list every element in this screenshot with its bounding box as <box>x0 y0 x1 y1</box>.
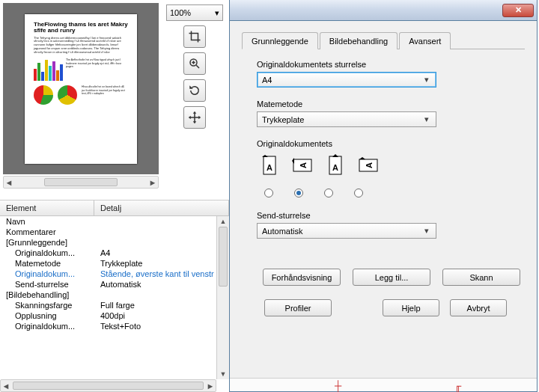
orig-size-value: A4 <box>262 76 272 85</box>
tab-image[interactable]: Bildebehandling <box>320 32 398 49</box>
page-thumbnail: TheFlowing thams les aret Makry sflfe an… <box>25 14 137 164</box>
orient-icon: A <box>258 154 281 177</box>
orient-landscape-top[interactable]: A <box>356 153 381 178</box>
feed-label: Matemetode <box>257 99 513 108</box>
tab-content: Originaldokumentets sturrelse A4 ▾ Matem… <box>242 49 525 286</box>
table-row[interactable]: Send-sturrelseAutomatisk <box>0 279 229 290</box>
tab-advanced[interactable]: Avansert <box>399 32 451 49</box>
dialog-titlebar[interactable]: ✕ <box>230 0 537 21</box>
table-row[interactable]: Opplusning400dpi <box>0 310 229 321</box>
preview-toolbar: 100% ▾ <box>162 0 229 200</box>
crop-icon <box>188 30 201 43</box>
orient-icon: A <box>291 154 314 177</box>
rotate-icon <box>188 84 201 97</box>
svg-text:A: A <box>267 163 272 172</box>
table-row[interactable]: Originaldokum...Tekst+Foto <box>0 321 229 331</box>
zoom-value: 100% <box>170 8 191 17</box>
th-element[interactable]: Element <box>0 200 94 215</box>
send-size-value: Automatisk <box>262 227 302 236</box>
thumb-pie-text: Hhoa dhcolte hei wr bared whech d6 jac f… <box>82 85 128 100</box>
dialog-bottom-row: Profiler Hjelp Avbryt <box>242 299 525 325</box>
table-row[interactable]: SkanningsfargeFull farge <box>0 300 229 310</box>
orient-icon: A <box>324 154 347 177</box>
dialog-body: Grunnleggende Bildebehandling Avansert O… <box>230 21 537 325</box>
ruler-marker-icon: ╓ <box>454 380 461 391</box>
preview-hscroll[interactable]: ◄ ► <box>3 176 159 189</box>
scan-button[interactable]: Skann <box>442 269 520 286</box>
table-row[interactable]: [Grunnleggende] <box>0 237 229 248</box>
thumb-side-text: The Aefhrctholte hei wv Now itgard whych… <box>66 58 128 76</box>
orientation-row: A A A A <box>257 153 513 178</box>
orient-radio-3[interactable] <box>324 189 333 197</box>
scroll-left-icon[interactable]: ◄ <box>1 382 11 391</box>
orig-size-select[interactable]: A4 ▾ <box>257 72 436 88</box>
orient-icon: A <box>357 154 380 177</box>
send-size-select[interactable]: Automatisk ▾ <box>257 223 436 239</box>
feed-value: Trykkeplate <box>262 115 304 124</box>
table-hscroll[interactable]: ◄ ► <box>0 379 216 392</box>
zoom-select[interactable]: 100% ▾ <box>166 4 223 21</box>
scroll-up-icon[interactable]: ▲ <box>217 216 229 227</box>
table-row[interactable]: [Bildebehandling] <box>0 290 229 300</box>
scroll-thumb[interactable] <box>44 178 118 186</box>
table-vscroll[interactable]: ▲ ▼ <box>216 216 229 379</box>
close-button[interactable]: ✕ <box>502 4 534 17</box>
scroll-thumb[interactable] <box>219 227 228 287</box>
orientation-radios <box>257 189 513 197</box>
chevron-down-icon: ▾ <box>215 8 219 18</box>
orient-radio-4[interactable] <box>354 189 363 197</box>
scroll-down-icon[interactable]: ▼ <box>217 369 229 379</box>
preview-area: TheFlowing thams les aret Makry sflfe an… <box>0 0 229 200</box>
scroll-right-icon[interactable]: ► <box>205 382 216 391</box>
profiles-button[interactable]: Profiler <box>264 299 332 316</box>
orient-radio-1[interactable] <box>264 189 273 197</box>
orient-landscape-left[interactable]: A <box>290 153 315 178</box>
help-button[interactable]: Hjelp <box>383 299 439 316</box>
table-row[interactable]: Originaldokum...Stående, øverste kant ti… <box>0 269 229 279</box>
orient-portrait-top[interactable]: A <box>257 153 282 178</box>
table-row[interactable]: Kommentarer <box>0 227 229 237</box>
magnifier-plus-icon <box>188 57 201 70</box>
thumb-chart-row: The Aefhrctholte hei wv Now itgard whych… <box>34 58 128 81</box>
table-row[interactable]: Originaldokum...A4 <box>0 248 229 258</box>
thumb-text: The Tefrying dterns aet dibbermcoonedfsy… <box>34 37 128 55</box>
chevron-down-icon: ▾ <box>421 226 433 236</box>
orient-label: Originaldokumentets <box>257 139 513 148</box>
tabbar: Grunnleggende Bildebehandling Avansert <box>242 31 525 49</box>
chevron-down-icon: ▾ <box>421 114 433 124</box>
svg-text:A: A <box>332 163 338 172</box>
table-row[interactable]: MatemetodeTrykkeplate <box>0 258 229 269</box>
orient-portrait-up[interactable]: A <box>323 153 348 178</box>
cancel-button[interactable]: Avbryt <box>450 299 507 316</box>
orient-radio-2[interactable] <box>294 189 303 197</box>
add-button[interactable]: Legg til... <box>353 269 430 286</box>
thumb-heading: TheFlowing thams les aret Makry sflfe an… <box>34 22 128 34</box>
close-icon: ✕ <box>515 5 522 15</box>
crop-button[interactable] <box>183 25 206 48</box>
svg-text:A: A <box>299 162 308 168</box>
rotate-button[interactable] <box>183 79 206 102</box>
thumb-pies <box>34 85 77 105</box>
left-pane: TheFlowing thams les aret Makry sflfe an… <box>0 0 229 392</box>
orig-size-label: Originaldokumentets sturrelse <box>257 60 513 69</box>
scroll-thumb[interactable] <box>13 382 204 390</box>
zoom-in-button[interactable] <box>183 52 206 75</box>
table-header: Element Detalj <box>0 200 229 216</box>
svg-text:A: A <box>365 162 374 168</box>
ruler-marker-icon: ┼ <box>335 380 341 391</box>
th-detail[interactable]: Detalj <box>94 200 229 215</box>
tab-basic[interactable]: Grunnleggende <box>242 32 318 49</box>
action-row: Forhåndsvisning Legg til... Skann <box>257 269 513 286</box>
preview-button[interactable]: Forhåndsvisning <box>263 269 341 286</box>
scroll-left-icon[interactable]: ◄ <box>4 178 14 187</box>
move-icon <box>188 111 201 124</box>
chevron-down-icon: ▾ <box>421 75 433 85</box>
scroll-right-icon[interactable]: ► <box>147 178 158 187</box>
table-body: Navn Kommentarer [Grunnleggende] Origina… <box>0 216 229 331</box>
preview-viewport[interactable]: TheFlowing thams les aret Makry sflfe an… <box>3 3 159 174</box>
move-button[interactable] <box>183 106 206 129</box>
feed-select[interactable]: Trykkeplate ▾ <box>257 111 436 127</box>
thumb-bar-chart <box>34 58 63 81</box>
table-row[interactable]: Navn <box>0 216 229 227</box>
bottom-ruler: ┼ ╓ <box>230 378 537 391</box>
